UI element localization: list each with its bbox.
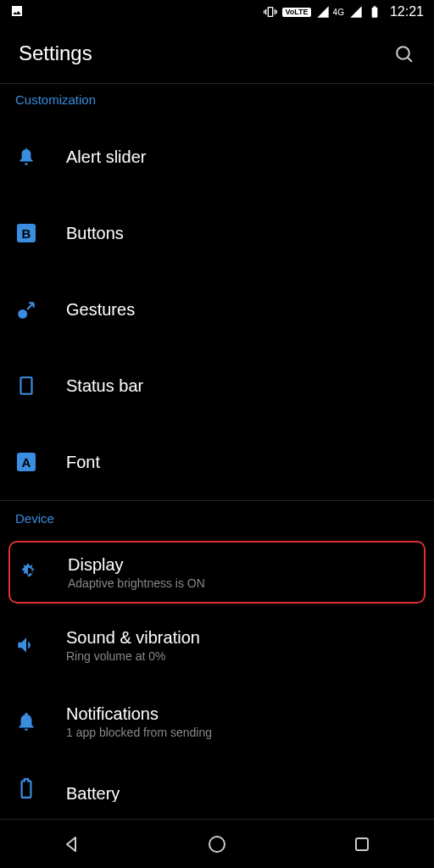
back-button[interactable] <box>59 832 85 857</box>
svg-rect-5 <box>21 377 32 394</box>
svg-point-0 <box>397 47 409 59</box>
home-button[interactable] <box>204 832 230 857</box>
item-title: Notifications <box>66 704 419 724</box>
alert-slider-icon <box>15 146 37 168</box>
search-button[interactable] <box>392 42 415 65</box>
item-title: Battery <box>66 783 419 802</box>
vibrate-icon <box>264 5 277 19</box>
battery-icon <box>368 5 381 19</box>
item-title: Gestures <box>66 299 419 320</box>
item-subtitle: Adaptive brightness is ON <box>68 576 415 590</box>
item-title: Font <box>66 452 419 472</box>
svg-rect-3 <box>25 158 27 159</box>
item-alert-slider[interactable]: Alert slider <box>0 119 434 195</box>
signal-icon-1 <box>316 5 330 19</box>
item-title: Sound & vibration <box>66 627 419 648</box>
item-font[interactable]: A Font <box>0 424 434 500</box>
item-display[interactable]: Display Adaptive brightness is ON <box>17 554 415 590</box>
volte-badge: VoLTE <box>282 8 310 17</box>
section-header-device: Device <box>0 501 434 537</box>
gestures-icon <box>15 298 37 320</box>
item-battery[interactable]: Battery <box>0 760 434 802</box>
recents-button[interactable] <box>349 832 375 857</box>
battery-icon <box>15 777 37 799</box>
page-title: Settings <box>19 42 92 65</box>
home-icon <box>207 834 227 854</box>
item-title: Display <box>68 554 415 575</box>
image-notification-icon <box>10 4 24 18</box>
notifications-icon <box>15 710 37 732</box>
item-buttons[interactable]: B Buttons <box>0 195 434 271</box>
section-header-customization: Customization <box>0 84 434 119</box>
signal-icon-2 <box>349 5 363 19</box>
item-title: Alert slider <box>66 147 419 167</box>
sound-icon <box>15 634 37 656</box>
item-gestures[interactable]: Gestures <box>0 271 434 348</box>
item-notifications[interactable]: Notifications 1 app blocked from sending <box>0 683 434 760</box>
svg-point-4 <box>18 309 27 319</box>
status-bar-icon <box>15 375 37 397</box>
display-icon <box>17 561 39 583</box>
item-title: Buttons <box>66 223 419 243</box>
buttons-icon: B <box>15 222 37 244</box>
item-title: Status bar <box>66 376 419 396</box>
svg-rect-2 <box>25 153 27 157</box>
app-bar: Settings <box>0 24 434 83</box>
navigation-bar <box>0 819 434 868</box>
highlight-box: Display Adaptive brightness is ON <box>8 541 426 604</box>
svg-point-6 <box>209 837 225 852</box>
item-status-bar[interactable]: Status bar <box>0 348 434 424</box>
settings-list[interactable]: Customization Alert slider B Buttons Ges… <box>0 83 434 819</box>
item-subtitle: 1 app blocked from sending <box>66 726 419 739</box>
svg-rect-7 <box>356 838 368 850</box>
back-icon <box>62 834 82 854</box>
font-icon: A <box>15 451 37 473</box>
recents-icon <box>352 834 372 854</box>
status-bar: VoLTE 4G 12:21 <box>0 0 434 24</box>
item-sound-vibration[interactable]: Sound & vibration Ring volume at 0% <box>0 607 434 683</box>
svg-line-1 <box>407 57 411 61</box>
clock: 12:21 <box>390 4 424 19</box>
network-label: 4G <box>333 8 344 17</box>
item-subtitle: Ring volume at 0% <box>66 649 419 663</box>
search-icon <box>393 43 415 64</box>
